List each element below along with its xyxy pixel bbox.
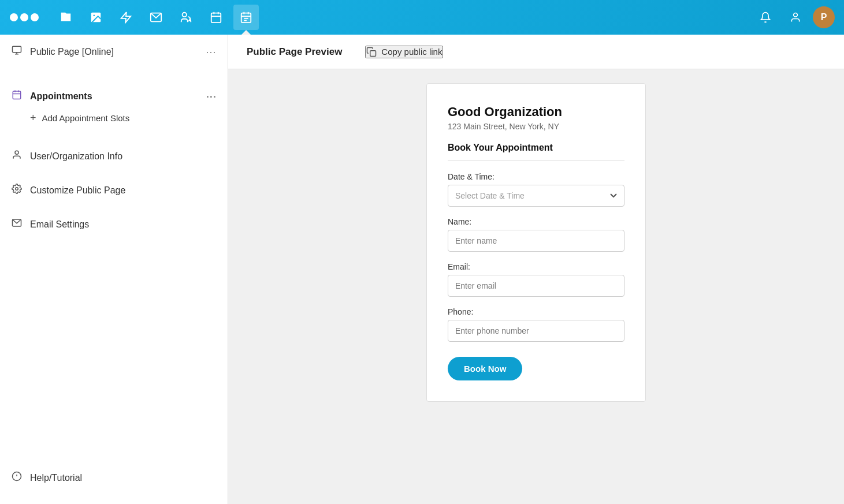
svg-point-4 (93, 14, 95, 16)
email-settings-icon (12, 218, 22, 231)
help-icon (12, 471, 22, 484)
customize-label: Customize Public Page (30, 185, 216, 196)
svg-rect-18 (13, 46, 21, 53)
booking-form-title: Book Your Appointment (448, 143, 624, 160)
notifications-icon[interactable] (753, 5, 778, 30)
user-status-icon[interactable] (783, 5, 808, 30)
sidebar-item-help[interactable]: Help/Tutorial (0, 461, 228, 495)
sidebar: Public Page [Online] ⋯ Appointments ⋯ + … (0, 35, 228, 504)
name-label: Name: (448, 217, 624, 226)
topnav-right: P (753, 5, 835, 30)
phone-label: Phone: (448, 307, 624, 316)
sidebar-item-customize[interactable]: Customize Public Page (0, 173, 228, 207)
page-preview-title: Public Page Preview (247, 46, 342, 58)
date-time-field: Date & Time: Select Date & Time (448, 172, 624, 207)
sidebar-item-add-slots[interactable]: + Add Appointment Slots (0, 106, 228, 130)
svg-point-26 (16, 188, 18, 191)
copy-link-icon (366, 47, 377, 57)
contacts-icon[interactable] (173, 5, 199, 30)
add-slots-label: Add Appointment Slots (42, 113, 130, 123)
phone-input[interactable] (448, 320, 624, 342)
customize-icon (12, 184, 22, 197)
help-label: Help/Tutorial (30, 473, 216, 483)
copy-public-link-button[interactable]: Copy public link (365, 46, 443, 58)
photos-icon[interactable] (83, 5, 109, 30)
monitor-icon (12, 45, 22, 58)
appointments-icon[interactable] (233, 5, 259, 30)
preview-area: Good Organization 123 Main Street, New Y… (228, 69, 844, 504)
date-time-label: Date & Time: (448, 172, 624, 181)
book-now-button[interactable]: Book Now (448, 357, 522, 380)
email-field: Email: (448, 262, 624, 297)
calendar-icon[interactable] (203, 5, 229, 30)
svg-point-6 (183, 13, 187, 17)
activity-icon[interactable] (113, 5, 139, 30)
svg-point-2 (31, 13, 39, 21)
app-logo[interactable] (9, 8, 39, 27)
user-org-icon (12, 150, 22, 163)
appointments-more-icon[interactable]: ⋯ (206, 90, 216, 103)
files-icon[interactable] (53, 5, 79, 30)
sidebar-bottom: Help/Tutorial (0, 461, 228, 495)
content-header: Public Page Preview Copy public link (228, 35, 844, 69)
public-page-label: Public Page [Online] (30, 47, 198, 57)
add-icon: + (30, 112, 36, 124)
date-time-select[interactable]: Select Date & Time (448, 185, 624, 207)
svg-point-17 (794, 13, 798, 17)
copy-link-label: Copy public link (381, 47, 442, 57)
topnav: P (0, 0, 844, 35)
svg-rect-21 (13, 91, 21, 99)
sidebar-item-email-settings[interactable]: Email Settings (0, 207, 228, 241)
email-label: Email: (448, 262, 624, 271)
email-settings-label: Email Settings (30, 219, 216, 230)
avatar[interactable]: P (813, 6, 835, 28)
appointments-section-label: Appointments (30, 91, 198, 102)
svg-rect-31 (370, 50, 376, 56)
svg-rect-11 (241, 13, 251, 23)
org-name: Good Organization (448, 104, 624, 120)
svg-point-25 (15, 151, 18, 154)
content-area: Public Page Preview Copy public link Goo… (228, 35, 844, 504)
main-layout: Public Page [Online] ⋯ Appointments ⋯ + … (0, 35, 844, 504)
svg-point-0 (10, 13, 18, 21)
email-input[interactable] (448, 275, 624, 297)
svg-point-1 (20, 13, 28, 21)
org-address: 123 Main Street, New York, NY (448, 122, 624, 131)
sidebar-item-user-org[interactable]: User/Organization Info (0, 139, 228, 173)
phone-field: Phone: (448, 307, 624, 342)
topnav-icons (53, 5, 753, 30)
public-page-more-icon[interactable]: ⋯ (206, 46, 216, 58)
name-input[interactable] (448, 230, 624, 252)
svg-rect-7 (211, 13, 221, 23)
booking-card: Good Organization 123 Main Street, New Y… (426, 83, 646, 402)
mail-icon[interactable] (143, 5, 169, 30)
appointments-sidebar-icon (12, 89, 22, 103)
name-field: Name: (448, 217, 624, 252)
sidebar-appointments-section: Appointments ⋯ (0, 78, 228, 106)
sidebar-item-public-page[interactable]: Public Page [Online] ⋯ (0, 35, 228, 69)
user-org-label: User/Organization Info (30, 151, 216, 162)
